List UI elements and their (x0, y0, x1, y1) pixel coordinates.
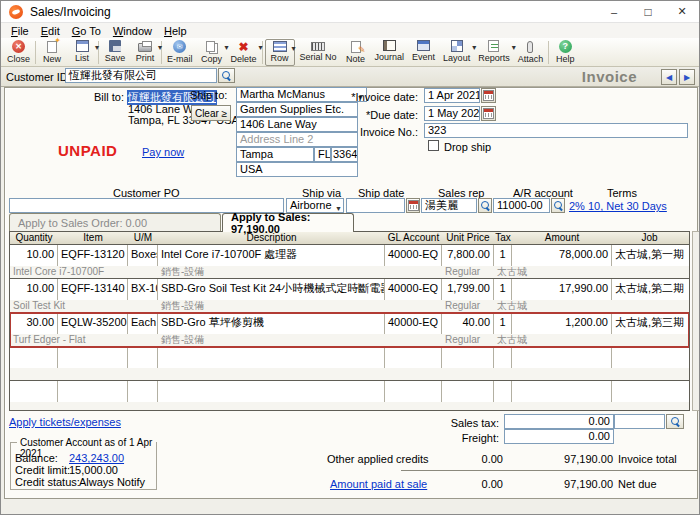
close-button[interactable] (665, 1, 699, 22)
cell-description[interactable]: SBD-Gro Soil Test Kit 24小時機械式定時斷電器 (158, 279, 385, 300)
sales-rep-field[interactable]: 湯美麗 (421, 198, 477, 213)
cell-quantity[interactable]: 10.00 (10, 245, 58, 266)
apply-tickets-link[interactable]: Apply tickets/expenses (9, 416, 121, 428)
cell-gl-account[interactable]: 40000-EQ (385, 313, 442, 334)
copy-button[interactable]: Copy (197, 39, 227, 66)
cell-um[interactable]: Boxes (128, 245, 158, 266)
freight-field[interactable]: 0.00 (504, 429, 614, 444)
note-button[interactable]: Note (341, 39, 371, 66)
row-button[interactable]: Row (265, 39, 295, 66)
layout-button[interactable]: Layout (439, 39, 474, 66)
cell-gl-account[interactable]: 40000-EQ (385, 245, 442, 266)
tab-apply-to-sales[interactable]: Apply to Sales: 97,190.00 (222, 213, 354, 232)
attach-button[interactable]: Attach (514, 39, 548, 66)
menu-window[interactable]: Window (107, 24, 158, 38)
prev-record-button[interactable]: ◀ (661, 69, 677, 85)
ship-to-country-field[interactable]: USA (236, 162, 358, 177)
event-button[interactable]: Event (408, 39, 439, 66)
sales-tax-lookup-button[interactable] (666, 414, 684, 429)
cell-description[interactable]: Intel Core i7-10700F 處理器 (158, 245, 385, 266)
invoice-date-field[interactable]: 1 Apr 2021 (424, 88, 480, 103)
menu-file[interactable]: File (5, 24, 35, 38)
due-date-calendar-button[interactable] (481, 106, 496, 121)
customer-id-field[interactable]: 恆輝批發有限公司 (65, 68, 217, 83)
ship-to-state-field[interactable]: FL (314, 147, 331, 162)
cell-tax[interactable]: 1 (494, 279, 512, 300)
balance-link[interactable]: 243,243.00 (69, 452, 124, 464)
sales-tax-field[interactable]: 0.00 (504, 414, 614, 429)
serial-no-button[interactable]: Serial No (296, 39, 341, 66)
save-button[interactable]: Save (100, 39, 130, 66)
cell-gl-account[interactable]: 40000-EQ (385, 279, 442, 300)
menu-help[interactable]: Help (158, 24, 193, 38)
ship-to-city-field[interactable]: Tampa (236, 147, 314, 162)
table-row-empty[interactable] (10, 347, 689, 381)
ship-to-zip-field[interactable]: 33647 (331, 147, 358, 162)
cell-tax[interactable]: 1 (494, 313, 512, 334)
cell-quantity[interactable]: 30.00 (10, 313, 58, 334)
pay-now-link[interactable]: Pay now (142, 146, 184, 158)
drop-ship-checkbox[interactable] (428, 140, 439, 151)
cell-tax[interactable]: 1 (494, 245, 512, 266)
cell-amount[interactable]: 17,990.00 (512, 279, 612, 300)
next-record-button[interactable]: ▶ (679, 69, 695, 85)
delete-button[interactable]: Delete (227, 39, 261, 66)
sales-tax-code-field[interactable] (614, 414, 665, 429)
menu-goto[interactable]: Go To (66, 24, 107, 38)
cell-job[interactable]: 太古城,第三期 (612, 313, 687, 334)
minimize-button[interactable] (597, 1, 631, 22)
cell-unit-price[interactable]: 7,800.00 (442, 245, 494, 266)
ship-to-address2-field[interactable]: Address Line 2 (236, 132, 358, 147)
amount-paid-link[interactable]: Amount paid at sale (330, 478, 427, 490)
cell-amount[interactable]: 78,000.00 (512, 245, 612, 266)
reports-button[interactable]: Reports (474, 39, 514, 66)
col-quantity: Quantity (10, 232, 58, 244)
clear-button[interactable]: Clear ≥ (191, 105, 231, 121)
print-button[interactable]: Print (130, 39, 160, 66)
row-icon (273, 41, 287, 52)
new-button[interactable]: New (37, 39, 67, 66)
ship-date-calendar-button[interactable] (406, 198, 420, 213)
ar-account-lookup-button[interactable] (551, 198, 565, 213)
cell-unit-price[interactable]: 1,799.00 (442, 279, 494, 300)
cell-amount[interactable]: 1,200.00 (512, 313, 612, 334)
email-button[interactable]: E-mail (163, 39, 197, 66)
ship-to-company-field[interactable]: Garden Supplies Etc. (236, 102, 358, 117)
maximize-button[interactable] (631, 1, 665, 22)
cell-description[interactable]: SBD-Gro 草坪修剪機 (158, 313, 385, 334)
customer-id-lookup-button[interactable] (218, 68, 235, 83)
col-um: U/M (128, 232, 158, 244)
cell-job[interactable]: 太古城,第一期 (612, 245, 687, 266)
table-row-selected[interactable]: 30.00 EQLW-35200 Each SBD-Gro 草坪修剪機 4000… (10, 313, 689, 347)
terms-link[interactable]: 2% 10, Net 30 Days (569, 200, 667, 212)
cell-item[interactable]: EQLW-35200 (58, 313, 128, 334)
ship-to-address1-field[interactable]: 1406 Lane Way (236, 117, 358, 132)
invoice-no-field[interactable]: 323 (424, 123, 688, 138)
ship-to-label: Ship to: (190, 89, 227, 101)
invoice-date-calendar-button[interactable] (481, 88, 496, 103)
close-icon (12, 40, 25, 53)
ship-to-contact-dropdown[interactable]: Martha McManus ▼ (236, 87, 367, 102)
cell-quantity[interactable]: 10.00 (10, 279, 58, 300)
cell-um[interactable]: Each (128, 313, 158, 334)
journal-button[interactable]: Journal (371, 39, 409, 66)
print-icon (138, 43, 152, 52)
list-button[interactable]: List (67, 39, 97, 66)
close-toolbar-button[interactable]: Close (3, 39, 34, 66)
sales-rep-lookup-button[interactable] (478, 198, 492, 213)
ship-date-field[interactable] (346, 198, 405, 213)
cell-unit-price[interactable]: 40.00 (442, 313, 494, 334)
cell-um[interactable]: BX-100 (128, 279, 158, 300)
cell-job[interactable]: 太古城,第二期 (612, 279, 687, 300)
tab-apply-to-sales-order[interactable]: Apply to Sales Order: 0.00 (9, 213, 221, 231)
cell-item[interactable]: EQFF-13120 (58, 245, 128, 266)
ar-account-field[interactable]: 11000-00 (493, 198, 550, 213)
table-row[interactable]: 10.00 EQFF-13120 Boxes Intel Core i7-107… (10, 245, 689, 279)
due-date-field[interactable]: 1 May 2021 (424, 106, 480, 121)
table-row[interactable]: 10.00 EQFF-13140 BX-100 SBD-Gro Soil Tes… (10, 279, 689, 313)
table-scrollbar[interactable] (692, 231, 700, 411)
help-button[interactable]: Help (550, 39, 580, 66)
table-row-empty[interactable] (10, 381, 689, 411)
menu-edit[interactable]: Edit (35, 24, 66, 38)
cell-item[interactable]: EQFF-13140 (58, 279, 128, 300)
